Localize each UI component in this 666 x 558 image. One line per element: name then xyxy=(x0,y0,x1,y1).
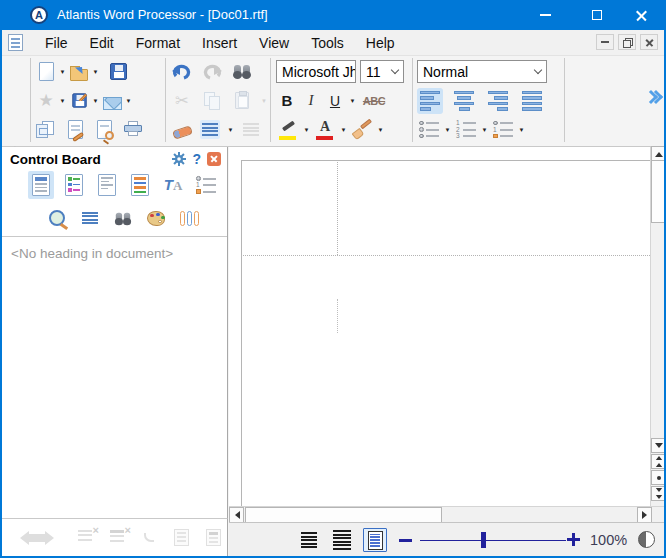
open-button[interactable] xyxy=(67,59,91,85)
bookmarks-pane-button[interactable] xyxy=(61,171,87,199)
mdi-restore-button[interactable] xyxy=(618,34,636,50)
save-as-button[interactable] xyxy=(67,88,91,114)
font-name-combobox[interactable]: Microsoft Jh xyxy=(276,60,356,83)
clips-tool-button[interactable] xyxy=(176,204,202,232)
favorites-dropdown[interactable]: ▼ xyxy=(58,98,67,104)
copy-button[interactable] xyxy=(200,88,224,114)
zoom-slider-track[interactable] xyxy=(420,540,566,542)
control-board-help-button[interactable]: ? xyxy=(192,151,201,167)
bold-button[interactable]: B xyxy=(276,88,298,114)
menu-insert[interactable]: Insert xyxy=(191,31,248,55)
properties-button[interactable] xyxy=(34,117,58,143)
minimize-button[interactable] xyxy=(528,0,562,30)
format-painter-dropdown[interactable]: ▼ xyxy=(376,127,385,133)
menu-help[interactable]: Help xyxy=(355,31,406,55)
outline-pane-button[interactable]: 1 xyxy=(193,171,219,199)
document-page[interactable] xyxy=(241,160,650,506)
menu-edit[interactable]: Edit xyxy=(79,31,125,55)
horizontal-scrollbar[interactable] xyxy=(229,506,666,522)
vertical-scroll-thumb[interactable] xyxy=(651,160,666,223)
page-setup-button[interactable] xyxy=(63,117,87,143)
control-board-close-button[interactable] xyxy=(207,152,221,166)
numbered-list-dropdown[interactable]: ▼ xyxy=(480,127,489,133)
back-button[interactable] xyxy=(9,527,33,549)
scroll-up-button[interactable] xyxy=(651,146,666,161)
open-dropdown[interactable]: ▼ xyxy=(91,69,100,75)
line-spacing-dropdown[interactable]: ▼ xyxy=(226,127,235,133)
print-preview-button[interactable] xyxy=(92,117,116,143)
close-button[interactable] xyxy=(624,0,658,30)
style-combobox[interactable]: Normal xyxy=(417,60,547,83)
underline-button[interactable]: U xyxy=(324,88,346,114)
fonts-pane-button[interactable]: TA xyxy=(160,171,186,199)
multilevel-list-button[interactable]: 1 xyxy=(491,117,515,143)
redo-button[interactable] xyxy=(200,59,224,85)
next-page-button[interactable] xyxy=(651,486,666,501)
contrast-toggle-icon[interactable] xyxy=(638,531,655,548)
styles-pane-button[interactable] xyxy=(127,171,153,199)
save-as-dropdown[interactable]: ▼ xyxy=(91,98,100,104)
zoom-slider-thumb[interactable] xyxy=(481,532,486,548)
scroll-left-button[interactable] xyxy=(229,507,244,523)
email-button[interactable] xyxy=(100,88,124,114)
line-spacing-button[interactable] xyxy=(198,117,222,143)
demote-heading-button[interactable] xyxy=(137,527,161,549)
forward-button[interactable] xyxy=(41,527,65,549)
select-browse-object-button[interactable] xyxy=(651,470,666,485)
draft-view-button[interactable] xyxy=(297,528,321,552)
bullet-list-dropdown[interactable]: ▼ xyxy=(443,127,452,133)
bullet-list-button[interactable] xyxy=(417,117,441,143)
document-system-icon[interactable] xyxy=(8,34,23,51)
menu-file[interactable]: File xyxy=(34,31,79,55)
highlight-dropdown[interactable]: ▼ xyxy=(302,127,311,133)
paragraph-tool-button[interactable] xyxy=(77,204,103,232)
mdi-close-button[interactable] xyxy=(640,34,658,50)
align-right-button[interactable] xyxy=(485,88,511,114)
sort-button[interactable] xyxy=(239,117,263,143)
menu-format[interactable]: Format xyxy=(125,31,191,55)
menu-tools[interactable]: Tools xyxy=(300,31,355,55)
find-button[interactable] xyxy=(230,59,254,85)
strikethrough-button[interactable]: ABC xyxy=(359,88,389,114)
justify-button[interactable] xyxy=(519,88,545,114)
control-board-settings-icon[interactable] xyxy=(172,152,186,166)
favorites-button[interactable]: ★ xyxy=(34,88,58,114)
page-layout-view-button[interactable] xyxy=(363,528,387,552)
highlight-button[interactable] xyxy=(276,117,300,143)
print-button[interactable] xyxy=(121,117,145,143)
mdi-minimize-button[interactable] xyxy=(596,34,614,50)
vertical-scrollbar[interactable] xyxy=(650,147,666,506)
format-painter-button[interactable] xyxy=(350,117,374,143)
zoom-tool-button[interactable] xyxy=(44,204,70,232)
font-size-combobox[interactable]: 11 xyxy=(360,60,404,83)
headings-pane-button[interactable] xyxy=(28,171,54,199)
save-button[interactable] xyxy=(106,59,130,85)
new-document-button[interactable] xyxy=(34,59,58,85)
heading-table-button[interactable] xyxy=(201,527,225,549)
document-area[interactable] xyxy=(229,147,650,506)
fields-pane-button[interactable] xyxy=(94,171,120,199)
italic-button[interactable]: I xyxy=(300,88,322,114)
cut-button[interactable]: ✂ xyxy=(170,88,194,114)
align-left-button[interactable] xyxy=(417,88,443,114)
align-center-button[interactable] xyxy=(451,88,477,114)
email-dropdown[interactable]: ▼ xyxy=(124,98,133,104)
horizontal-scroll-thumb[interactable] xyxy=(245,507,442,523)
paste-dropdown[interactable]: ▼ xyxy=(260,98,268,104)
font-color-button[interactable]: A xyxy=(313,117,337,143)
zoom-in-button[interactable] xyxy=(567,533,580,546)
menu-view[interactable]: View xyxy=(248,31,300,55)
zoom-out-button[interactable] xyxy=(399,539,412,542)
scroll-right-button[interactable] xyxy=(637,507,652,523)
maximize-button[interactable] xyxy=(580,0,614,30)
paste-button[interactable] xyxy=(230,88,254,114)
colors-tool-button[interactable] xyxy=(143,204,169,232)
scroll-down-button[interactable] xyxy=(651,438,666,453)
eraser-button[interactable] xyxy=(170,117,194,143)
heading-list-button[interactable] xyxy=(169,527,193,549)
undo-button[interactable] xyxy=(170,59,194,85)
new-document-dropdown[interactable]: ▼ xyxy=(58,69,67,75)
font-color-dropdown[interactable]: ▼ xyxy=(339,127,348,133)
multilevel-list-dropdown[interactable]: ▼ xyxy=(517,127,526,133)
numbered-list-button[interactable]: 1 2 3 xyxy=(454,117,478,143)
